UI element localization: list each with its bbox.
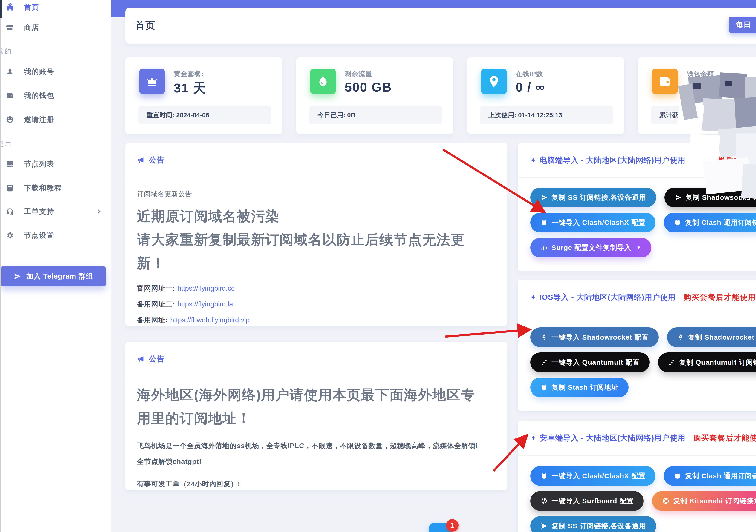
- clash-cat-icon: [540, 472, 548, 480]
- link-row: 备用网址:https://fbweb.flyingbird.vip: [137, 316, 496, 325]
- stash-cat-icon: [540, 384, 548, 391]
- sidebar-item-store[interactable]: 商店: [0, 21, 111, 35]
- import-shadowrocket-button[interactable]: 一键导入 Shadowrocket 配置: [530, 327, 659, 347]
- stat-footer: 重置时间: 2024-04-06: [138, 106, 271, 124]
- megaphone-icon: [137, 355, 145, 363]
- stat-footer: 上次使用: 01-14 12:25:13: [480, 106, 613, 124]
- announcement-paragraph: 全节点解锁chatgpt!: [137, 457, 496, 467]
- gear-icon: [6, 231, 14, 240]
- copy-ss-subscription-button[interactable]: 复制 SS 订阅链接,各设备通用: [530, 188, 656, 207]
- stat-card-online-ip: 在线IP数 0 / ∞ 上次使用: 01-14 12:25:13: [467, 58, 624, 134]
- stat-card-traffic: 剩余流量 500 GB 今日已用: 0B: [296, 58, 453, 134]
- sidebar-item-label: 我的账号: [24, 67, 54, 77]
- paper-plane-icon: [540, 194, 548, 201]
- megaphone-icon: [137, 156, 145, 164]
- lightning-icon: [530, 434, 537, 442]
- lightning-icon: [530, 293, 537, 301]
- sidebar-item-label: 我的钱包: [24, 91, 54, 100]
- window-edge-gray: [0, 18, 1, 532]
- store-icon: [6, 23, 14, 32]
- smile-icon: [6, 115, 14, 124]
- sidebar-item-tickets[interactable]: 工单支持: [0, 205, 111, 218]
- panel-title: 电脑端导入 - 大陆地区(大陆网络)用户使用: [540, 155, 685, 165]
- panel-title: IOS导入 - 大陆地区(大陆网络)用户使用: [540, 292, 676, 303]
- paper-plane-icon: [14, 272, 21, 280]
- panel-warning: 购买套餐后才能使用: [693, 433, 756, 443]
- rocket-icon: [677, 334, 685, 341]
- copy-clash-subscription-button[interactable]: 复制 Clash 通用订阅链接: [664, 466, 756, 486]
- quantumult-icon: [540, 359, 548, 366]
- sidebar-item-label: 工单支持: [24, 207, 54, 216]
- copy-shadowrocket-subscription-button[interactable]: 复制 Shadowrocket 订阅链接: [667, 327, 756, 347]
- stat-label: 黄金套餐:: [174, 69, 204, 79]
- page-title: 首页: [135, 19, 156, 32]
- server-icon: [6, 160, 14, 168]
- announcement-card-domains: 公告 订阅域名更新公告 近期原订阅域名被污染 请大家重新复制最新订阅域名以防止后…: [125, 143, 507, 326]
- join-telegram-button[interactable]: 加入 Telegram 群组: [1, 266, 106, 286]
- announcement-card-overseas: 公告 海外地区(海外网络)用户请使用本页最下面海外地区专用里的订阅地址！ 飞鸟机…: [125, 342, 507, 490]
- sidebar-item-label: 节点设置: [24, 231, 54, 240]
- stat-value: 0 / ∞: [516, 80, 545, 94]
- chat-paper-plane-icon: [437, 529, 445, 532]
- daily-checkin-button[interactable]: 每日: [729, 17, 756, 33]
- paper-plane-icon: [675, 194, 682, 201]
- copy-kitsunebi-subscription-button[interactable]: 复制 Kitsunebi 订阅链接通用: [652, 491, 756, 511]
- panel-android-import: 安卓端导入 - 大陆地区(大陆网络)用户使用 购买套餐后才能使用 一键导入 Cl…: [518, 421, 756, 532]
- signal-icon: [540, 244, 548, 251]
- chevron-right-icon: [96, 209, 102, 215]
- sidebar-item-downloads[interactable]: 下载和教程: [0, 181, 111, 195]
- rocket-icon: [540, 334, 548, 341]
- stat-label: 剩余流量: [345, 69, 372, 79]
- import-clash-button[interactable]: 一键导入 Clash/ClashX 配置: [530, 466, 656, 486]
- import-clash-button[interactable]: 一键导入 Clash/ClashX 配置: [530, 213, 656, 232]
- copy-clash-subscription-button[interactable]: 复制 Clash 通用订阅链接: [664, 213, 756, 232]
- telegram-button-label: 加入 Telegram 群组: [26, 271, 93, 281]
- sidebar-item-invite[interactable]: 邀请注册: [0, 113, 111, 126]
- headset-icon: [6, 207, 14, 216]
- copy-ss-subscription-button[interactable]: 复制 SS 订阅链接,各设备通用: [530, 516, 656, 532]
- clash-cat-icon: [540, 219, 548, 226]
- announcement-title: 公告: [149, 354, 165, 364]
- site-link-backup[interactable]: https://fbweb.flyingbird.vip: [170, 316, 250, 324]
- wallet-icon: [652, 68, 678, 94]
- stat-value: 31 天: [174, 80, 206, 97]
- crown-icon: [139, 68, 165, 94]
- announcement-heading: 近期原订阅域名被污染 请大家重新复制最新订阅域名以防止后续节点无法更新！: [137, 205, 475, 275]
- sidebar-item-label: 商店: [24, 23, 39, 33]
- quantumult-icon: [668, 359, 675, 366]
- surge-config-dropdown-button[interactable]: Surge 配置文件复制导入 ▼: [530, 238, 651, 258]
- sidebar-item-label: 首页: [24, 3, 39, 12]
- pin-icon: [481, 68, 507, 94]
- castle-icon: [6, 3, 14, 12]
- link-row: 官网网址一:https://flyingbird.cc: [137, 284, 496, 293]
- sidebar-item-label: 邀请注册: [24, 115, 54, 124]
- sidebar-section-my: 我的: [0, 47, 13, 56]
- sidebar-item-label: 节点列表: [24, 159, 54, 169]
- stat-footer: 今日已用: 0B: [309, 106, 442, 124]
- sidebar-item-nodes[interactable]: 节点列表: [0, 157, 111, 171]
- site-link-backup2[interactable]: https://flyingbird.la: [177, 300, 233, 308]
- announcement-heading: 海外地区(海外网络)用户请使用本页最下面海外地区专用里的订阅地址！: [137, 383, 475, 430]
- site-link-primary[interactable]: https://flyingbird.cc: [177, 284, 234, 292]
- paper-plane-icon: [540, 522, 548, 530]
- panel-warning: 购买套餐后才能使用: [684, 292, 756, 303]
- announcement-paragraph: 有事可发工单（24小时内回复）!: [137, 479, 496, 489]
- sidebar-item-wallet[interactable]: 我的钱包: [0, 89, 111, 103]
- panel-title: 安卓端导入 - 大陆地区(大陆网络)用户使用: [540, 433, 685, 443]
- stat-label: 在线IP数: [516, 69, 543, 79]
- sidebar-item-home[interactable]: 首页: [0, 0, 111, 14]
- sidebar-item-settings[interactable]: 节点设置: [0, 229, 111, 242]
- link-row: 备用网址二:https://flyingbird.la: [137, 300, 496, 309]
- announcement-title: 公告: [149, 155, 165, 165]
- copy-stash-subscription-button[interactable]: 复制 Stash 订阅地址: [530, 377, 629, 397]
- stat-card-plan: 黄金套餐: 31 天 重置时间: 2024-04-06: [125, 58, 282, 134]
- import-surfboard-button[interactable]: 一键导入 Surfboard 配置: [530, 491, 644, 511]
- page-header-card: 首页: [125, 8, 756, 44]
- sidebar-item-label: 下载和教程: [24, 183, 62, 193]
- copy-quantumult-subscription-button[interactable]: 复制 Quantumult 订阅链接: [658, 352, 756, 372]
- code-icon: [540, 497, 548, 505]
- panel-ios-import: IOS导入 - 大陆地区(大陆网络)用户使用 购买套餐后才能使用 一键导入 Sh…: [518, 280, 756, 411]
- import-quantumult-button[interactable]: 一键导入 Quantumult 配置: [530, 352, 650, 372]
- window-edge-navy: [0, 0, 2, 18]
- sidebar-item-account[interactable]: 我的账号: [0, 65, 111, 79]
